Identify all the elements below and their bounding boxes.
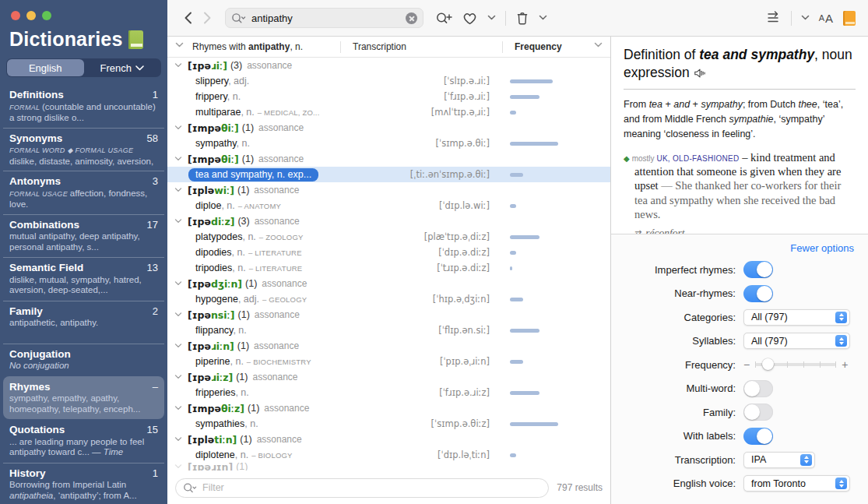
select-transcription[interactable]: IPA <box>743 452 815 468</box>
sidebar-item-desc: antipathetic, antipathy. <box>9 318 158 329</box>
favorites-heart-icon[interactable] <box>460 9 480 27</box>
chevron-down-icon[interactable] <box>174 125 182 131</box>
sidebar-item-synonyms[interactable]: Synonyms58FORMAL WORD ◆ FORMAL USAGE dis… <box>3 128 164 171</box>
rhyme-group-row[interactable]: [ɪmpəθiː](1)assonance <box>167 120 610 136</box>
rhyme-word-row[interactable]: sympathy, n.[ˈsɪmp.ə.θiː] <box>167 136 610 151</box>
speaker-icon[interactable] <box>694 68 706 79</box>
toggle-near-rhymes[interactable] <box>743 285 773 302</box>
rhyme-word-row[interactable]: tripodies, n.– LITERATURE[ˈtɹɪp.ə.diːz] <box>167 260 610 276</box>
trash-icon[interactable] <box>514 9 531 27</box>
tab-english[interactable]: English <box>7 59 84 76</box>
export-list-icon[interactable] <box>763 9 783 26</box>
slider-knob[interactable] <box>762 358 774 370</box>
rhyme-group-row[interactable]: [ɪpəɹɪn](1) <box>167 463 610 471</box>
rhyme-group-row[interactable]: [ɪplətiːn](1)assonance <box>167 432 610 447</box>
chevron-down-icon[interactable] <box>174 281 182 287</box>
rhyme-group-row[interactable]: [ɪpləwiː](1)assonance <box>167 182 610 198</box>
chevron-down-icon[interactable] <box>174 437 182 442</box>
sort-chevron[interactable] <box>594 42 603 48</box>
rhyme-word-row[interactable]: piperine, n.– BIOCHEMISTRY[ˈpɪp.əˌɹiːn] <box>167 354 610 369</box>
option-label: Multi-word: <box>619 382 736 394</box>
chevron-down-icon[interactable] <box>174 375 182 380</box>
toggle-family[interactable] <box>743 404 773 421</box>
sidebar-item-definitions[interactable]: Definitions1FORMAL (countable and uncoun… <box>3 85 164 128</box>
sidebar-item-family[interactable]: Family2antipathetic, antipathy. <box>3 301 164 333</box>
sidebar-item-conjugation[interactable]: ConjugationNo conjugation <box>3 344 164 376</box>
chevron-down-icon[interactable] <box>174 63 182 69</box>
group-kind-label: assonance <box>262 278 307 289</box>
desc-segment: mutual antipathy, deep antipathy, person… <box>9 231 140 252</box>
select-syllables[interactable]: All (797) <box>743 333 850 349</box>
rhyme-group-row[interactable]: [ɪpəɹiːn](1)assonance <box>167 338 610 354</box>
rhyme-word-row[interactable]: diploe, n.– ANATOMY[ˈdɪp.lə.wiː] <box>167 198 610 213</box>
definition-title-segment: tea and sympathy <box>699 47 814 62</box>
toggle-with-labels[interactable] <box>743 428 773 445</box>
sidebar-item-combinations[interactable]: Combinations17mutual antipathy, deep ant… <box>3 214 164 258</box>
up-arrow-icon <box>804 456 809 459</box>
text-size-button[interactable]: AAAA <box>817 10 835 26</box>
slider-track[interactable] <box>755 363 836 366</box>
option-row-english-voice: English voice:from Toronto <box>619 475 854 492</box>
rhyme-word-row[interactable]: flippancy, n.[ˈflɪp.ən.siː] <box>167 322 610 338</box>
rhyme-group-row[interactable]: [ɪmpəθiːz](1)assonance <box>167 400 610 416</box>
fewer-options-link[interactable]: Fewer options <box>619 242 854 254</box>
rhyme-group-row[interactable]: [ɪpədiːz](3)assonance <box>167 213 610 229</box>
sidebar-item-desc: No conjugation <box>9 361 158 372</box>
group-count: (3) <box>237 216 249 227</box>
chevron-down-icon[interactable] <box>174 219 182 224</box>
rhyme-word-row[interactable]: hypogene, adj.– GEOLOGY[ˈhɪp.əˌdʒiːn] <box>167 291 610 307</box>
rhyme-word-row[interactable]: frippery, n.[ˈfɹɪp.ə.ɹiː] <box>167 89 610 104</box>
part-of-speech: , n. <box>244 418 258 429</box>
trash-menu-chevron[interactable] <box>537 13 549 23</box>
save-search-icon[interactable] <box>434 9 454 27</box>
sidebar-item-antonyms[interactable]: Antonyms3FORMAL USAGE affection, fondnes… <box>3 171 164 214</box>
rhyme-group-row[interactable]: [ɪmpəθiː](1)assonance <box>167 151 610 167</box>
chevron-down-icon[interactable] <box>174 312 182 318</box>
rhyme-group-row[interactable]: [ɪpəɹiːz](1)assonance <box>167 369 610 385</box>
toggle-multi-word[interactable] <box>743 380 773 397</box>
zoom-window-button[interactable] <box>42 11 51 20</box>
rhyme-word-row[interactable]: diplotene, n.– BIOLOGY[ˈdɪp.ləˌtiːn] <box>167 447 610 463</box>
chevron-down-icon[interactable] <box>174 157 182 162</box>
domain-label: – BIOCHEMISTRY <box>247 358 311 366</box>
tab-french[interactable]: French <box>84 59 161 76</box>
group-count: (1) <box>236 463 248 471</box>
rhyme-word-row[interactable]: platypodes, n.– ZOOLOGY[plæˈtɪp.əˌdiːz] <box>167 229 610 245</box>
chevron-down-icon[interactable] <box>174 188 182 193</box>
rhyme-group-row[interactable]: [ɪpədʒiːn](1)assonance <box>167 276 610 291</box>
select-english-voice[interactable]: from Toronto <box>743 475 850 492</box>
filter-input[interactable] <box>201 481 541 494</box>
minimize-window-button[interactable] <box>26 11 36 20</box>
desc-segment: antipatheia <box>9 491 53 500</box>
clear-search-button[interactable] <box>406 12 417 24</box>
chevron-down-icon[interactable] <box>174 406 182 411</box>
rhyme-word-row[interactable]: dipodies, n.– LITERATURE[ˈdɪp.ə.diːz] <box>167 245 610 260</box>
forward-button[interactable] <box>201 9 214 26</box>
rhyme-word-row[interactable]: fripperies, n.[ˈfɹɪp.ə.ɹiːz] <box>167 385 610 400</box>
rhyme-word-row[interactable]: multiparae, n.– MEDICAL, ZO...[mʌlˈtɪp.ə… <box>167 104 610 120</box>
rhyme-group-row[interactable]: [ɪpənsiː](1)assonance <box>167 307 610 322</box>
sidebar-item-semantic-field[interactable]: Semantic Field13dislike, mutual, sympath… <box>3 257 164 301</box>
sidebar-item-quotations[interactable]: Quotations15... are leading many people … <box>3 419 164 463</box>
group-ipa-highlight: θiː] <box>221 122 239 134</box>
rhyme-word-row[interactable]: slippery, adj.[ˈslɪp.ə.ɹiː] <box>167 73 610 89</box>
chevron-down-icon[interactable] <box>174 344 182 349</box>
rhyme-word-row[interactable]: sympathies, n.[ˈsɪmp.ə.θiːz] <box>167 416 610 432</box>
view-options-chevron[interactable] <box>799 13 811 23</box>
sidebar-item-rhymes[interactable]: Rhymes–sympathy, empathy, apathy, homeop… <box>3 376 164 420</box>
rhyme-group-row[interactable]: [ɪpəɹiː](3)assonance <box>167 58 610 73</box>
search-input[interactable] <box>250 12 402 25</box>
select-categories[interactable]: All (797) <box>743 309 850 326</box>
toggle-imperfect-rhymes[interactable] <box>743 261 773 278</box>
rhyme-word-row[interactable]: tea and sympathy, n. exp...[ˌtiː.ənˈsɪmp… <box>167 167 610 182</box>
close-window-button[interactable] <box>11 11 20 20</box>
sidebar-item-history[interactable]: History1Borrowing from Imperial Latin an… <box>3 463 164 504</box>
dictionary-book-icon[interactable] <box>842 9 857 27</box>
collapse-all-chevron[interactable] <box>175 42 184 48</box>
favorites-menu-chevron[interactable] <box>486 13 497 23</box>
domain-label: – GEOLOGY <box>262 295 307 304</box>
group-ipa: [ɪpəɹɪn] <box>188 463 233 471</box>
sidebar-item-label: Antonyms <box>9 175 61 187</box>
chevron-down-icon[interactable] <box>174 464 182 470</box>
back-button[interactable] <box>181 9 195 26</box>
